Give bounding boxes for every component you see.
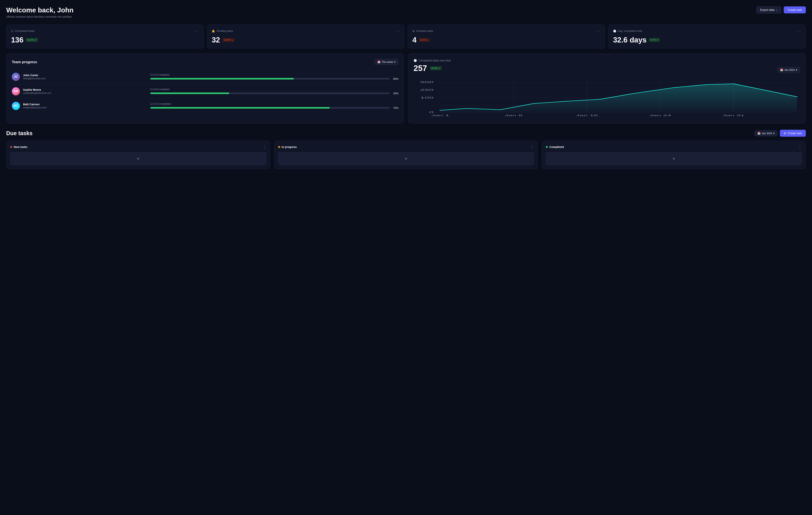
svg-text:0: 0 bbox=[429, 111, 434, 113]
create-task-button-header[interactable]: Create task bbox=[784, 6, 806, 13]
stat-card-overdue: ⊗ Overdue tasks ··· 4 8.2% ↘ bbox=[408, 24, 605, 49]
dot-in-progress bbox=[278, 146, 280, 148]
member-name-sophie: Sophie Moore bbox=[23, 88, 147, 91]
stat-badge-overdue: 8.2% ↘ bbox=[419, 38, 430, 42]
stat-badge-completed: 32.6% ↗ bbox=[26, 38, 38, 42]
stat-card-title-completed: ☑ Completed tasks bbox=[11, 29, 35, 33]
progress-pct-sophie: 33% bbox=[392, 92, 399, 95]
arrow-down-icon-overdue: ↘ bbox=[426, 38, 428, 41]
progress-label-sophie: 6 of 18 completed bbox=[150, 88, 399, 91]
middle-row: Team progress 📅 This week ▾ JC John Cart… bbox=[6, 53, 806, 124]
chart-svg-container: 500 250 100 0 Jan 1 Jan 8 Jan 16 bbox=[413, 78, 800, 118]
header-right: Export data ↓ Create task bbox=[756, 6, 806, 13]
stat-card-header-completed: ☑ Completed tasks ··· bbox=[11, 29, 199, 33]
kanban-column-completed: Completed ⋮ + bbox=[542, 141, 806, 169]
stat-card-value-avg-time: 32.6 days bbox=[613, 36, 646, 44]
progress-label-john: 6 of 10 completed bbox=[150, 74, 399, 76]
due-tasks-period-dropdown[interactable]: 📅 Jan 2024 ▾ bbox=[754, 130, 778, 136]
stat-cards-grid: ☑ Completed tasks ··· 136 32.6% ↗ 🔔 Pend… bbox=[6, 24, 806, 49]
member-email-sophie: contact@sophiemoore.com bbox=[23, 92, 147, 94]
progress-bar-fill-sophie bbox=[150, 92, 229, 94]
team-member-row-matt: MC Matt Cannon info@mattcannon.com 12 of… bbox=[12, 99, 399, 113]
chart-clock-icon: 🕐 bbox=[413, 59, 417, 62]
stat-card-menu-overdue[interactable]: ··· bbox=[596, 29, 600, 33]
stat-card-header-overdue: ⊗ Overdue tasks ··· bbox=[412, 29, 600, 33]
stat-card-menu-pending[interactable]: ··· bbox=[396, 29, 400, 33]
avatar-sophie: SM bbox=[12, 87, 20, 96]
stat-card-menu-completed[interactable]: ··· bbox=[195, 29, 199, 33]
stat-card-value-row-pending: 32 10.8% ↘ bbox=[212, 36, 400, 44]
progress-bar-bg-sophie bbox=[150, 92, 389, 94]
kanban-add-button-inprogress[interactable]: + bbox=[278, 152, 534, 165]
kanban-add-button-completed[interactable]: + bbox=[546, 152, 802, 165]
kanban-column-inprogress: In progress ⋮ + bbox=[274, 141, 538, 169]
download-icon: ↓ bbox=[776, 8, 777, 11]
team-progress-title: Team progress bbox=[12, 60, 37, 64]
plus-icon-inprogress: + bbox=[405, 156, 407, 161]
chart-period-label: Jan 2024 bbox=[784, 69, 795, 71]
calendar-icon-due-tasks: 📅 bbox=[757, 132, 760, 135]
progress-bar-row-matt: 75% bbox=[150, 106, 399, 109]
kanban-col-menu-inprogress[interactable]: ⋮ bbox=[530, 145, 534, 149]
due-tasks-header: Due tasks 📅 Jan 2024 ▾ ⊕ Create task bbox=[6, 130, 806, 137]
member-name-john: John Carter bbox=[23, 74, 147, 77]
member-name-matt: Matt Cannon bbox=[23, 103, 147, 106]
kanban-col-header-completed: Completed ⋮ bbox=[546, 145, 802, 149]
due-tasks-controls: 📅 Jan 2024 ▾ ⊕ Create task bbox=[754, 130, 806, 137]
chart-main-value: 257 bbox=[413, 63, 427, 73]
kanban-col-title-completed: Completed bbox=[546, 145, 564, 148]
create-task-label-header: Create task bbox=[788, 8, 802, 11]
team-progress-period-dropdown[interactable]: 📅 This week ▾ bbox=[374, 59, 399, 65]
kanban-col-menu-new[interactable]: ⋮ bbox=[262, 145, 266, 149]
member-info-sophie: Sophie Moore contact@sophiemoore.com bbox=[23, 88, 147, 94]
stat-card-title-pending: 🔔 Pending tasks bbox=[212, 29, 233, 33]
svg-text:Jan 1: Jan 1 bbox=[431, 114, 449, 116]
arrow-down-icon: ↘ bbox=[231, 38, 233, 41]
progress-bar-bg-john bbox=[150, 78, 389, 80]
stat-card-menu-avg-time[interactable]: ··· bbox=[797, 29, 801, 33]
plus-icon-due: ⊕ bbox=[784, 132, 786, 135]
member-info-john: John Carter hello@johncarter.com bbox=[23, 74, 147, 80]
chevron-down-icon: ▾ bbox=[394, 60, 396, 63]
plus-icon-completed: + bbox=[672, 156, 675, 161]
stat-card-avg-time: 🕐 Avg. completion time ··· 32.6 days 5.7… bbox=[608, 24, 806, 49]
clock-icon: 🕐 bbox=[613, 29, 616, 33]
kanban-col-menu-completed[interactable]: ⋮ bbox=[798, 145, 802, 149]
kanban-col-header-new: New tasks ⋮ bbox=[10, 145, 266, 149]
stat-card-completed: ☑ Completed tasks ··· 136 32.6% ↗ bbox=[6, 24, 204, 49]
team-progress-card: Team progress 📅 This week ▾ JC John Cart… bbox=[6, 53, 404, 124]
chart-section-title: Completed tasks over time bbox=[418, 59, 451, 62]
stat-badge-avg-time: 5.7% ↗ bbox=[649, 38, 660, 42]
chart-period-dropdown[interactable]: 📅 Jan 2024 ▾ bbox=[777, 67, 800, 73]
create-task-button-due[interactable]: ⊕ Create task bbox=[780, 130, 806, 137]
dot-new-tasks bbox=[10, 146, 12, 148]
team-member-row-john: JC John Carter hello@johncarter.com 6 of… bbox=[12, 70, 399, 84]
welcome-heading: Welcome back, John bbox=[6, 6, 74, 14]
stat-badge-pending: 10.8% ↘ bbox=[222, 38, 235, 42]
svg-text:100: 100 bbox=[420, 97, 434, 99]
team-member-row-sophie: SM Sophie Moore contact@sophiemoore.com … bbox=[12, 84, 399, 99]
avatar-john: JC bbox=[12, 73, 20, 81]
stat-card-title-overdue: ⊗ Overdue tasks bbox=[412, 29, 433, 33]
x-circle-icon: ⊗ bbox=[412, 29, 415, 33]
kanban-columns: New tasks ⋮ + In progress ⋮ + bbox=[6, 141, 806, 169]
chevron-down-icon-chart: ▾ bbox=[796, 69, 797, 71]
export-data-button[interactable]: Export data ↓ bbox=[756, 6, 782, 13]
progress-label-matt: 12 of 16 completed bbox=[150, 103, 399, 105]
stat-card-value-pending: 32 bbox=[212, 36, 220, 44]
kanban-col-header-inprogress: In progress ⋮ bbox=[278, 145, 534, 149]
member-email-matt: info@mattcannon.com bbox=[23, 106, 147, 109]
svg-text:Jan 16: Jan 16 bbox=[576, 114, 598, 116]
stat-card-value-completed: 136 bbox=[11, 36, 24, 44]
create-task-label-due: Create task bbox=[788, 132, 802, 135]
chevron-down-icon-due: ▾ bbox=[773, 132, 775, 135]
kanban-add-button-new[interactable]: + bbox=[10, 152, 266, 165]
progress-bar-fill-john bbox=[150, 78, 294, 80]
svg-text:Jan 31: Jan 31 bbox=[723, 114, 745, 116]
progress-bar-row-john: 60% bbox=[150, 77, 399, 80]
stat-card-value-row-completed: 136 32.6% ↗ bbox=[11, 36, 199, 44]
svg-text:Jan 8: Jan 8 bbox=[504, 114, 523, 116]
kanban-col-title-inprogress: In progress bbox=[278, 145, 297, 148]
progress-section-sophie: 6 of 18 completed 33% bbox=[150, 88, 399, 95]
progress-pct-john: 60% bbox=[392, 77, 399, 80]
